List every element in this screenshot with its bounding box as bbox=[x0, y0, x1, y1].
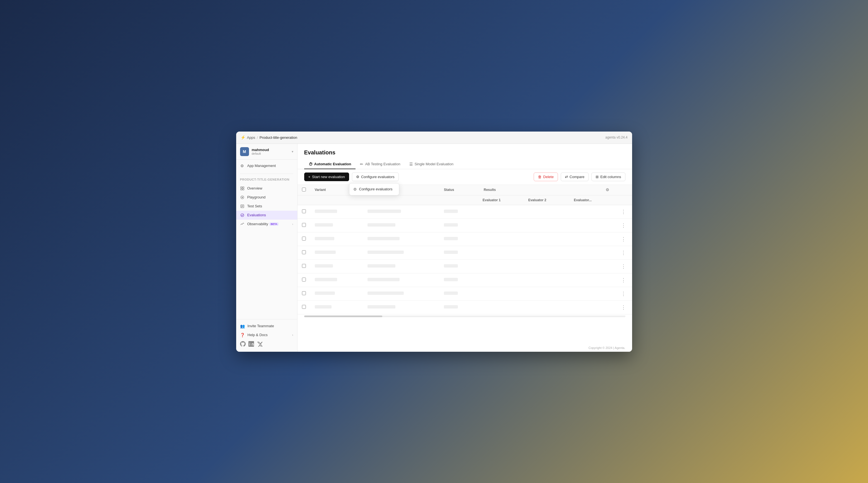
trash-icon: 🗑 bbox=[538, 175, 541, 179]
popover-configure-item[interactable]: ⚙ Configure evaluators bbox=[349, 185, 399, 194]
row-checkbox-4[interactable] bbox=[302, 264, 306, 268]
chevron-right-help-icon: › bbox=[292, 333, 293, 337]
table-row: ⋮ bbox=[298, 287, 632, 300]
tab-automatic[interactable]: ⏱ Automatic Evaluation bbox=[304, 160, 356, 169]
row-testset-2 bbox=[363, 232, 439, 246]
tab-single-model[interactable]: ☰ Single Model Evaluation bbox=[405, 160, 458, 169]
th-evaluator-1: Evaluator 1 bbox=[478, 195, 524, 205]
row-checkbox-5[interactable] bbox=[302, 278, 306, 282]
table-header-row: Variant Test set Status Results bbox=[298, 185, 632, 195]
row-actions-6[interactable]: ⋮ bbox=[619, 290, 628, 297]
user-sub: default bbox=[252, 152, 289, 155]
sidebar-item-evaluations[interactable]: Evaluations bbox=[236, 211, 297, 220]
sidebar-item-test-sets[interactable]: Test Sets bbox=[236, 202, 297, 211]
row-actions-2[interactable]: ⋮ bbox=[619, 235, 628, 243]
user-name: mahmoud bbox=[252, 148, 289, 152]
row-ev1-4 bbox=[478, 259, 524, 273]
toolbar: + Start new evaluation ⚙ Configure evalu… bbox=[298, 169, 632, 185]
row-testset-1 bbox=[363, 219, 439, 232]
configure-evaluators-button[interactable]: ⚙ Configure evaluators bbox=[352, 172, 399, 181]
breadcrumb: ⚡ Apps / Product-title-generation bbox=[241, 135, 297, 140]
top-bar: ⚡ Apps / Product-title-generation agenta… bbox=[236, 132, 632, 144]
row-actions-5[interactable]: ⋮ bbox=[619, 277, 628, 284]
sidebar-item-help[interactable]: ❓ Help & Docs › bbox=[236, 330, 297, 340]
table-row: ⋮ bbox=[298, 300, 632, 314]
th-status: Status bbox=[439, 185, 478, 195]
twitter-icon[interactable] bbox=[257, 341, 262, 347]
row-variant-4 bbox=[310, 259, 363, 273]
row-actions-4[interactable]: ⋮ bbox=[619, 263, 628, 270]
version-badge: agenta v0.24.4 bbox=[605, 135, 627, 139]
sidebar-item-overview[interactable]: Overview bbox=[236, 184, 297, 193]
select-all-checkbox[interactable] bbox=[302, 188, 306, 191]
table-sub-header-row: Evaluator 1 Evaluator 2 Evaluator... bbox=[298, 195, 632, 205]
sidebar-item-app-management[interactable]: ⚙ App Management bbox=[236, 161, 297, 170]
breadcrumb-separator: / bbox=[257, 135, 258, 140]
row-checkbox-2[interactable] bbox=[302, 237, 306, 240]
row-checkbox-0[interactable] bbox=[302, 209, 306, 213]
row-checkbox-1[interactable] bbox=[302, 223, 306, 227]
scrollbar-track[interactable] bbox=[304, 316, 625, 317]
settings-icon: ⚙ bbox=[356, 175, 360, 179]
tab-ab-testing[interactable]: ✏ AB Testing Evaluation bbox=[355, 160, 405, 169]
table-row: ⋮ bbox=[298, 259, 632, 273]
edit-columns-button[interactable]: ⊞ Edit columns bbox=[591, 172, 625, 181]
results-settings-icon[interactable]: ⚙ bbox=[606, 188, 609, 192]
row-ev3-5 bbox=[569, 273, 615, 287]
table-container: Variant Test set Status Results bbox=[298, 185, 632, 344]
breadcrumb-apps-icon: ⚡ bbox=[241, 135, 245, 140]
row-checkbox-6[interactable] bbox=[302, 291, 306, 295]
th-checkbox bbox=[298, 185, 310, 195]
sidebar-item-label: Playground bbox=[247, 195, 266, 199]
row-status-4 bbox=[439, 259, 478, 273]
breadcrumb-apps-link[interactable]: Apps bbox=[247, 135, 255, 140]
sidebar-item-observability[interactable]: Observability beta › bbox=[236, 220, 297, 229]
row-ev3-7 bbox=[569, 300, 615, 314]
sidebar-project-label: Product-title-generation bbox=[236, 175, 297, 182]
th-results: Results ⚙ bbox=[478, 185, 615, 195]
sidebar-item-playground[interactable]: Playground bbox=[236, 193, 297, 202]
copyright: Copyright © 2024 | Agenta. bbox=[298, 344, 632, 352]
overview-icon bbox=[240, 186, 245, 191]
popover-menu: ⚙ Configure evaluators bbox=[349, 183, 399, 195]
sidebar-user[interactable]: M mahmoud default ▾ bbox=[236, 144, 297, 160]
app-window: ⚡ Apps / Product-title-generation agenta… bbox=[236, 132, 632, 352]
svg-rect-0 bbox=[241, 187, 242, 188]
sidebar-bottom: 👥 Invite Teammate ❓ Help & Docs › bbox=[236, 319, 297, 352]
linkedin-icon[interactable] bbox=[248, 341, 254, 347]
th-evaluator-2: Evaluator 2 bbox=[524, 195, 569, 205]
row-actions-0[interactable]: ⋮ bbox=[619, 208, 628, 216]
row-variant-0 bbox=[310, 205, 363, 219]
table-row: ⋮ bbox=[298, 273, 632, 287]
row-ev3-3 bbox=[569, 246, 615, 259]
row-status-2 bbox=[439, 232, 478, 246]
table-body: ⋮ ⋮ bbox=[298, 205, 632, 314]
row-actions-7[interactable]: ⋮ bbox=[619, 304, 628, 311]
row-testset-4 bbox=[363, 259, 439, 273]
row-actions-1[interactable]: ⋮ bbox=[619, 222, 628, 229]
row-ev1-0 bbox=[478, 205, 524, 219]
row-status-5 bbox=[439, 273, 478, 287]
table-row: ⋮ bbox=[298, 205, 632, 219]
chevron-down-icon: ▾ bbox=[292, 150, 293, 154]
evaluations-table: Variant Test set Status Results bbox=[298, 185, 632, 314]
row-checkbox-7[interactable] bbox=[302, 305, 306, 309]
columns-icon: ⊞ bbox=[596, 175, 599, 179]
help-label: Help & Docs bbox=[248, 333, 268, 337]
start-new-evaluation-button[interactable]: + Start new evaluation bbox=[304, 172, 349, 181]
github-icon[interactable] bbox=[240, 341, 246, 347]
row-actions-3[interactable]: ⋮ bbox=[619, 249, 628, 256]
row-testset-6 bbox=[363, 287, 439, 300]
row-checkbox-3[interactable] bbox=[302, 250, 306, 254]
row-ev2-7 bbox=[524, 300, 569, 314]
page-title: Evaluations bbox=[304, 150, 625, 156]
row-ev2-0 bbox=[524, 205, 569, 219]
table-row: ⋮ bbox=[298, 246, 632, 259]
sidebar-item-invite[interactable]: 👥 Invite Teammate bbox=[236, 322, 297, 330]
row-ev1-6 bbox=[478, 287, 524, 300]
compare-button[interactable]: ⇄ Compare bbox=[561, 172, 589, 181]
evaluations-icon bbox=[240, 213, 245, 217]
delete-button[interactable]: 🗑 Delete bbox=[534, 172, 558, 181]
row-status-1 bbox=[439, 219, 478, 232]
row-status-6 bbox=[439, 287, 478, 300]
